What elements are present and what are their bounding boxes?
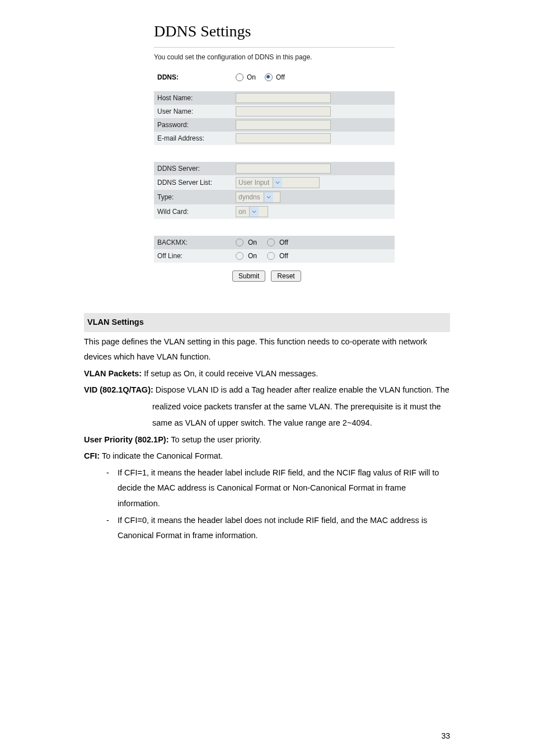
ddns-label: DDNS: <box>154 71 233 83</box>
offline-off-label: Off <box>279 252 288 260</box>
ddns-on-radio-label: On <box>247 73 256 81</box>
email-label: E-mail Address: <box>154 132 233 145</box>
wild-card-select[interactable]: on <box>236 206 268 217</box>
text: If setup as On, it could receive VLAN me… <box>142 369 318 378</box>
offline-off-radio[interactable] <box>267 252 275 260</box>
email-input[interactable] <box>236 133 331 143</box>
backmx-label: BACKMX: <box>154 236 233 249</box>
label-cfi: CFI: <box>84 451 100 460</box>
host-name-label: Host Name: <box>154 91 233 105</box>
list-item: If CFI=1, it means the header label incl… <box>84 465 450 512</box>
paragraph-user-priority: User Priority (802.1P): To setup the use… <box>84 432 450 448</box>
password-label: Password: <box>154 118 233 132</box>
document-body: VLAN Settings This page defines the VLAN… <box>84 313 450 544</box>
submit-button[interactable]: Submit <box>232 270 265 282</box>
list-item: If CFI=0, it means the header label does… <box>84 513 450 544</box>
reset-button[interactable]: Reset <box>271 270 301 282</box>
divider <box>154 47 395 48</box>
backmx-on-label: On <box>248 239 257 246</box>
ddns-off-radio[interactable] <box>265 73 273 81</box>
paragraph-cfi: CFI: To indicate the Canonical Format. <box>84 449 450 464</box>
paragraph-vlan-packets: VLAN Packets: If setup as On, it could r… <box>84 366 450 382</box>
label-vlan-packets: VLAN Packets: <box>84 369 142 378</box>
wild-card-value: on <box>238 208 246 216</box>
panel-caption: You could set the configuration of DDNS … <box>154 53 395 61</box>
label-user-priority: User Priority (802.1P): <box>84 435 169 444</box>
section-heading-vlan: VLAN Settings <box>84 313 450 332</box>
text: Dispose VLAN ID is add a Tag header afte… <box>153 385 449 394</box>
text: To indicate the Canonical Format. <box>100 451 223 460</box>
offline-label: Off Line: <box>154 249 233 263</box>
type-select[interactable]: dyndns <box>236 192 280 203</box>
user-name-label: User Name: <box>154 105 233 118</box>
ddns-server-label: DDNS Server: <box>154 162 233 175</box>
paragraph: This page defines the VLAN setting in th… <box>84 334 450 365</box>
offline-on-label: On <box>248 252 257 260</box>
page-number: 33 <box>441 731 450 740</box>
user-name-input[interactable] <box>236 106 331 116</box>
chevron-down-icon <box>249 207 259 217</box>
type-value: dyndns <box>238 193 260 201</box>
host-name-input[interactable] <box>236 93 331 103</box>
password-input[interactable] <box>236 120 331 130</box>
ddns-server-list-select[interactable]: User Input <box>236 177 320 188</box>
text: To setup the user priority. <box>169 435 262 444</box>
paragraph-vid-line2: realized voice packets transfer at the s… <box>152 399 450 415</box>
ddns-server-input[interactable] <box>236 164 331 174</box>
backmx-off-label: Off <box>279 239 288 246</box>
label-vid: VID (802.1Q/TAG): <box>84 385 153 394</box>
ddns-off-radio-label: Off <box>276 73 285 81</box>
wild-card-label: Wild Card: <box>154 204 233 219</box>
ddns-settings-panel: DDNS Settings You could set the configur… <box>154 22 395 282</box>
type-label: Type: <box>154 190 233 204</box>
ddns-server-list-label: DDNS Server List: <box>154 175 233 190</box>
chevron-down-icon <box>264 192 273 202</box>
backmx-off-radio[interactable] <box>267 239 275 246</box>
paragraph-vid-line3: same as VLAN of upper switch. The value … <box>152 416 450 431</box>
ddns-server-list-value: User Input <box>238 179 269 186</box>
panel-title: DDNS Settings <box>154 22 395 40</box>
ddns-on-radio[interactable] <box>236 73 243 81</box>
offline-on-radio[interactable] <box>236 252 243 260</box>
backmx-on-radio[interactable] <box>236 239 243 246</box>
paragraph-vid-line1: VID (802.1Q/TAG): Dispose VLAN ID is add… <box>84 382 450 398</box>
chevron-down-icon <box>273 178 282 188</box>
